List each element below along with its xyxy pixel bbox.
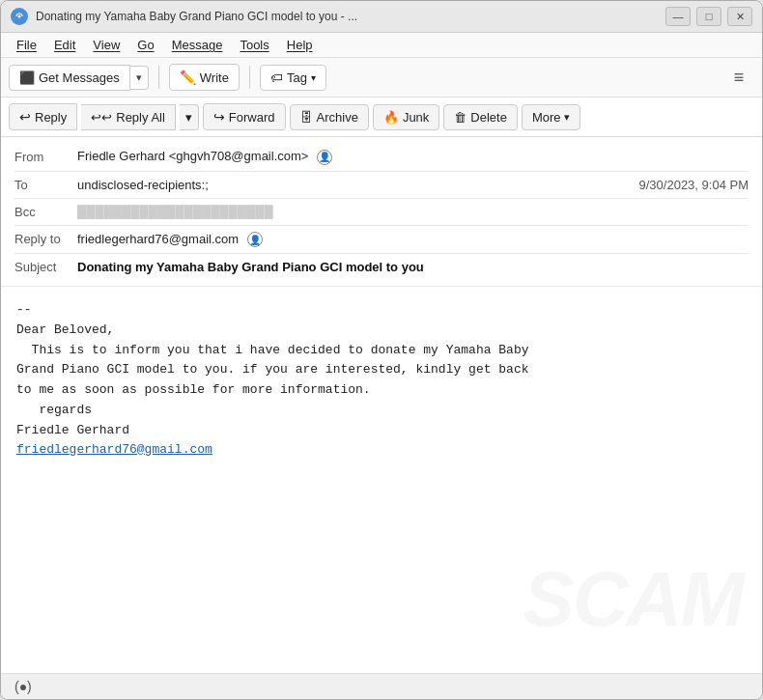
from-row: From Friedle Gerhard <ghgvh708@gmail.com… <box>14 145 749 169</box>
menu-message[interactable]: Message <box>164 35 231 55</box>
to-date-row: To undisclosed-recipients:; 9/30/2023, 9… <box>14 174 749 196</box>
reply-icon: ↩ <box>19 109 31 125</box>
more-label: More <box>532 110 561 125</box>
window-title: Donating my Yamaha Baby Grand Piano GCI … <box>36 10 658 23</box>
tag-dropdown-icon: ▾ <box>311 72 316 83</box>
divider-1 <box>14 171 749 172</box>
write-label: Write <box>200 70 229 85</box>
menu-tools[interactable]: Tools <box>232 35 276 55</box>
bcc-label: Bcc <box>14 205 77 219</box>
reply-label: Reply <box>35 110 67 125</box>
forward-button[interactable]: ↪ Forward <box>203 103 286 130</box>
reply-all-icon: ↩↩ <box>91 110 112 125</box>
tag-button[interactable]: 🏷 Tag ▾ <box>260 65 326 91</box>
subject-value: Donating my Yamaha Baby Grand Piano GCI … <box>77 260 749 274</box>
junk-label: Junk <box>403 110 429 125</box>
email-link[interactable]: friedlegerhard76@gmail.com <box>16 442 212 457</box>
get-messages-group: ⬛ Get Messages ▾ <box>9 65 149 91</box>
delete-label: Delete <box>470 110 507 125</box>
menubar: File Edit View Go Message Tools Help <box>1 33 762 58</box>
footer-bar: (●) <box>1 673 762 699</box>
close-button[interactable]: ✕ <box>727 7 752 26</box>
archive-icon: 🗄 <box>300 110 313 125</box>
junk-button[interactable]: 🔥 Junk <box>373 104 439 130</box>
forward-label: Forward <box>229 110 275 125</box>
hamburger-icon: ≡ <box>734 68 745 88</box>
toolbar-separator-1 <box>158 66 159 89</box>
more-dropdown-icon: ▾ <box>564 111 570 124</box>
from-label: From <box>14 150 77 164</box>
minimize-button[interactable]: — <box>665 7 691 26</box>
archive-button[interactable]: 🗄 Archive <box>290 104 369 130</box>
reply-to-profile-icon[interactable]: 👤 <box>247 232 263 247</box>
bcc-row: Bcc ██████████████████████ <box>14 201 749 223</box>
main-toolbar: ⬛ Get Messages ▾ ✏️ Write 🏷 Tag ▾ ≡ <box>1 58 762 98</box>
email-header: From Friedle Gerhard <ghgvh708@gmail.com… <box>1 137 762 287</box>
menu-edit[interactable]: Edit <box>46 35 83 55</box>
menu-view[interactable]: View <box>85 35 127 55</box>
svg-point-1 <box>18 15 21 18</box>
reply-button[interactable]: ↩ Reply <box>9 103 77 130</box>
from-value: Friedle Gerhard <ghgvh708@gmail.com> 👤 <box>77 149 749 165</box>
write-button[interactable]: ✏️ Write <box>169 64 240 91</box>
divider-4 <box>14 253 749 254</box>
get-messages-button[interactable]: ⬛ Get Messages <box>9 65 130 91</box>
subject-row: Subject Donating my Yamaha Baby Grand Pi… <box>14 256 749 278</box>
footer-icon: (●) <box>14 679 32 694</box>
reply-to-row: Reply to friedlegerhard76@gmail.com 👤 <box>14 228 749 252</box>
more-button[interactable]: More ▾ <box>522 104 580 130</box>
window-controls: — □ ✕ <box>665 7 752 26</box>
reply-to-label: Reply to <box>14 232 77 246</box>
from-name: Friedle Gerhard <box>77 149 165 163</box>
from-email: <ghgvh708@gmail.com> <box>169 149 309 163</box>
email-date: 9/30/2023, 9:04 PM <box>639 178 749 192</box>
reply-dropdown-button[interactable]: ▾ <box>180 104 199 130</box>
reply-to-value: friedlegerhard76@gmail.com 👤 <box>77 232 749 248</box>
email-body-text: -- Dear Beloved, This is to inform you t… <box>16 300 747 441</box>
bcc-value: ██████████████████████ <box>77 205 749 219</box>
reply-to-email: friedlegerhard76@gmail.com <box>77 232 239 246</box>
sender-profile-icon[interactable]: 👤 <box>317 150 332 165</box>
divider-3 <box>14 225 749 226</box>
menu-file[interactable]: File <box>9 35 44 55</box>
delete-button[interactable]: 🗑 Delete <box>443 104 518 130</box>
tag-icon: 🏷 <box>270 70 283 85</box>
reply-all-label: Reply All <box>116 110 165 125</box>
maximize-button[interactable]: □ <box>696 7 721 26</box>
subject-label: Subject <box>14 260 77 274</box>
toolbar-separator-2 <box>249 66 250 89</box>
to-label: To <box>14 178 77 192</box>
titlebar: Donating my Yamaha Baby Grand Piano GCI … <box>1 1 762 33</box>
write-icon: ✏️ <box>180 70 196 85</box>
email-window: Donating my Yamaha Baby Grand Piano GCI … <box>0 0 763 700</box>
forward-icon: ↪ <box>213 109 225 125</box>
watermark: SCAM <box>523 555 743 644</box>
delete-icon: 🗑 <box>454 110 466 125</box>
archive-label: Archive <box>317 110 358 125</box>
junk-icon: 🔥 <box>383 110 399 125</box>
menu-go[interactable]: Go <box>129 35 161 55</box>
hamburger-menu-button[interactable]: ≡ <box>723 62 754 93</box>
get-messages-label: Get Messages <box>39 70 120 85</box>
to-value: undisclosed-recipients:; <box>77 178 209 192</box>
email-body: SCAM -- Dear Beloved, This is to inform … <box>1 287 762 673</box>
get-messages-icon: ⬛ <box>19 70 35 85</box>
get-messages-dropdown[interactable]: ▾ <box>130 66 149 90</box>
tag-label: Tag <box>287 70 307 85</box>
menu-help[interactable]: Help <box>279 35 321 55</box>
divider-2 <box>14 198 749 199</box>
to-section: To undisclosed-recipients:; <box>14 178 209 192</box>
app-icon <box>11 8 28 25</box>
action-toolbar: ↩ Reply ↩↩ Reply All ▾ ↪ Forward 🗄 Archi… <box>1 98 762 137</box>
reply-all-button[interactable]: ↩↩ Reply All <box>81 104 176 130</box>
